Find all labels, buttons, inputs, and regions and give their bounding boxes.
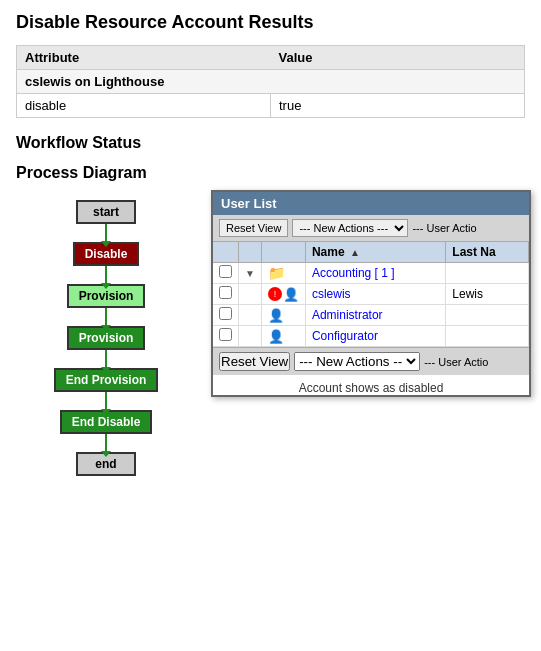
row-last-4 [446,326,529,347]
group-label: cslewis on Lighthouse [17,70,525,94]
reset-view-button-bottom[interactable]: Reset View [219,352,290,371]
row-expand-2 [239,284,262,305]
user-red-icon: ! 👤 [268,287,299,302]
col-expand-header [239,242,262,263]
process-diagram: start Disable Provision Provision End Pr… [16,190,196,476]
reset-view-button-top[interactable]: Reset View [219,219,288,237]
col-attribute: Attribute [17,46,271,70]
col-last-header: Last Na [446,242,529,263]
expand-icon-1: ▼ [245,268,255,279]
popup-table-header: Name ▲ Last Na [213,242,529,263]
value-cell: true [271,94,525,118]
col-last-label: Last Na [452,245,495,259]
checkbox-2[interactable] [219,286,232,299]
workflow-status-title: Workflow Status [16,134,525,152]
popup-bottom-toolbar: Reset View --- New Actions -- --- User A… [213,347,529,375]
node-provision2-label: Provision [79,331,134,345]
col-icon-header [261,242,305,263]
row-name-3: Administrator [305,305,445,326]
user-actions-label-top: --- User Actio [412,222,476,234]
table-row: 👤 Administrator [213,305,529,326]
sort-arrow-icon: ▲ [350,247,360,258]
row-name-4: Configurator [305,326,445,347]
node-end-label: end [95,457,116,471]
checkbox-1[interactable] [219,265,232,278]
popup-table: Name ▲ Last Na ▼ [213,242,529,347]
node-disable-label: Disable [85,247,128,261]
results-table: Attribute Value cslewis on Lighthouse di… [16,45,525,118]
new-actions-select-bottom[interactable]: --- New Actions -- [294,352,420,371]
row-icon-3: 👤 [261,305,305,326]
row-checkbox-3 [213,305,239,326]
process-area: start Disable Provision Provision End Pr… [16,190,525,476]
node-start-label: start [93,205,119,219]
name-link-1[interactable]: Accounting [ 1 ] [312,266,395,280]
row-icon-2: ! 👤 [261,284,305,305]
arrow-2 [105,266,107,284]
row-name-2: cslewis [305,284,445,305]
table-row: ▼ 📁 Accounting [ 1 ] [213,263,529,284]
page-title: Disable Resource Account Results [16,12,525,33]
arrow-4 [105,350,107,368]
row-icon-1: 📁 [261,263,305,284]
row-expand-3 [239,305,262,326]
user-dark-icon-4: 👤 [268,329,284,344]
col-value: Value [271,46,525,70]
col-check-header [213,242,239,263]
name-link-3[interactable]: Administrator [312,308,383,322]
table-row: 👤 Configurator [213,326,529,347]
attribute-cell: disable [17,94,271,118]
node-end-provision-label: End Provision [66,373,147,387]
col-name-header: Name ▲ [305,242,445,263]
arrow-1 [105,224,107,242]
badge-red: ! [268,287,282,301]
user-figure-icon: 👤 [283,287,299,302]
arrow-6 [105,434,107,452]
user-actions-label-bottom: --- User Actio [424,356,488,368]
node-start-box: start [76,200,136,224]
node-end-disable-label: End Disable [72,415,141,429]
folder-icon: 📁 [268,265,285,281]
popup-title: User List [221,196,277,211]
arrow-5 [105,392,107,410]
row-expand-1[interactable]: ▼ [239,263,262,284]
row-icon-4: 👤 [261,326,305,347]
new-actions-select-top[interactable]: --- New Actions --- [292,219,408,237]
node-start: start [76,200,136,224]
name-link-4[interactable]: Configurator [312,329,378,343]
group-row: cslewis on Lighthouse [17,70,525,94]
row-checkbox-4 [213,326,239,347]
user-dark-icon-3: 👤 [268,308,284,323]
row-last-1 [446,263,529,284]
table-row: ! 👤 cslewis Lewis [213,284,529,305]
row-checkbox-1 [213,263,239,284]
checkbox-3[interactable] [219,307,232,320]
arrow-3 [105,308,107,326]
popup-caption: Account shows as disabled [213,381,529,395]
name-link-2[interactable]: cslewis [312,287,351,301]
row-name-1: Accounting [ 1 ] [305,263,445,284]
data-row: disable true [17,94,525,118]
checkbox-4[interactable] [219,328,232,341]
node-provision1-label: Provision [79,289,134,303]
row-last-3 [446,305,529,326]
popup-title-bar: User List [213,192,529,215]
row-last-2: Lewis [446,284,529,305]
row-checkbox-2 [213,284,239,305]
process-diagram-title: Process Diagram [16,164,525,182]
popup-top-toolbar: Reset View --- New Actions --- --- User … [213,215,529,242]
user-list-popup: User List Reset View --- New Actions ---… [211,190,531,397]
col-name-label: Name [312,245,345,259]
row-expand-4 [239,326,262,347]
